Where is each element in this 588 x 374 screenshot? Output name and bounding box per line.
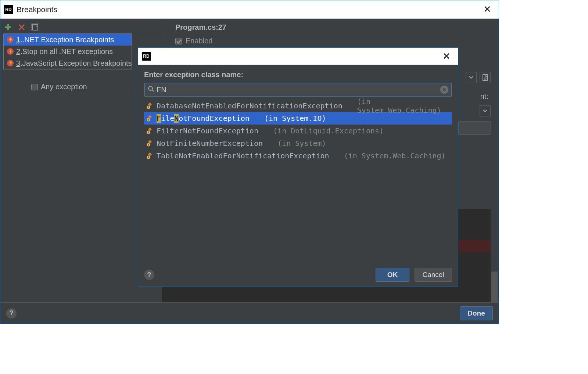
enabled-checkbox[interactable] [175,38,182,44]
toolbar [0,19,162,33]
result-row[interactable]: NotFiniteNumberException (in System) [144,137,452,150]
menu-item-net-exception-breakpoints[interactable]: 1. .NET Exception Breakpoints [4,34,132,46]
titlebar: RD Breakpoints ✕ [0,0,499,19]
menu-item-stop-on-all-net-exceptions[interactable]: 2. Stop on all .NET exceptions [4,46,132,57]
close-button[interactable]: ✕ [480,4,495,15]
remove-breakpoint-button[interactable] [18,23,26,31]
exception-icon [7,60,14,67]
result-namespace: (in System.Web.Caching) [344,151,446,160]
result-row[interactable]: TableNotEnabledForNotificationException … [144,150,452,162]
search-icon [148,86,154,94]
add-breakpoint-menu: 1. .NET Exception Breakpoints 2. Stop on… [3,33,132,69]
class-icon [146,102,154,109]
result-name: NotFiniteNumberException [157,139,263,148]
help-button[interactable]: ? [6,308,17,319]
result-name: FileNotFoundException [157,114,250,123]
result-namespace: (in System.Web.Caching) [357,97,450,115]
svg-rect-0 [33,24,38,30]
modal-close-button[interactable]: ✕ [439,51,454,62]
cancel-button[interactable]: Cancel [415,268,452,282]
clear-search-button[interactable]: ✕ [440,86,448,94]
scrollbar[interactable] [491,209,499,302]
modal-footer: ? OK Cancel [138,263,458,287]
search-input-wrapper[interactable]: ✕ [144,83,452,97]
modal-heading: Enter exception class name: [144,71,452,79]
dropdown-button-2[interactable] [480,105,491,116]
result-name: DatabaseNotEnabledForNotificationExcepti… [157,101,343,110]
group-by-file-button[interactable] [31,23,39,31]
class-icon [146,127,154,134]
class-icon [146,152,154,159]
truncated-label: nt: [480,92,488,101]
exception-icon [7,48,14,55]
class-icon [146,115,154,122]
chevron-down-icon [483,109,487,113]
app-logo: RD [4,5,13,14]
scrollbar-thumb[interactable] [491,271,498,302]
window-title: Breakpoints [17,5,480,14]
enabled-label: Enabled [186,37,212,45]
modal-body: Enter exception class name: ✕ DatabaseNo… [138,65,458,263]
edit-source-button[interactable] [480,72,491,83]
file-line-label: Program.cs:27 [175,23,491,32]
menu-item-js-exception-breakpoints[interactable]: 3. JavaScript Exception Breakpoints [4,57,132,69]
chevron-down-icon [469,76,473,79]
exception-icon [7,36,14,43]
enter-exception-class-dialog: RD ✕ Enter exception class name: ✕ Datab… [138,47,458,287]
ok-button[interactable]: OK [376,268,409,282]
document-icon [483,74,488,81]
checkbox-icon[interactable] [31,84,38,90]
result-name: FilterNotFoundException [157,126,258,135]
result-namespace: (in System.IO) [264,114,326,123]
svg-point-5 [148,86,153,90]
modal-help-button[interactable]: ? [144,270,154,280]
results-list: DatabaseNotEnabledForNotificationExcepti… [144,100,452,162]
text-input[interactable] [458,121,491,135]
svg-rect-4 [483,75,487,80]
class-icon [146,140,154,147]
result-row[interactable]: FilterNotFoundException (in DotLiquid.Ex… [144,125,452,137]
breakpoints-window: RD Breakpoints ✕ Any exce [0,0,499,324]
footer: ? Done [0,302,499,324]
search-input[interactable] [157,86,438,94]
result-row[interactable]: DatabaseNotEnabledForNotificationExcepti… [144,100,452,112]
dropdown-button[interactable] [466,72,477,83]
enabled-row[interactable]: Enabled [175,37,491,45]
modal-titlebar: RD ✕ [138,48,458,65]
app-logo: RD [142,52,151,61]
add-breakpoint-button[interactable] [4,23,12,31]
done-button[interactable]: Done [460,306,493,320]
result-name: TableNotEnabledForNotificationException [157,151,329,160]
result-namespace: (in System) [277,139,326,148]
tree-item-label: Any exception [41,83,87,91]
result-namespace: (in DotLiquid.Exceptions) [273,126,384,135]
